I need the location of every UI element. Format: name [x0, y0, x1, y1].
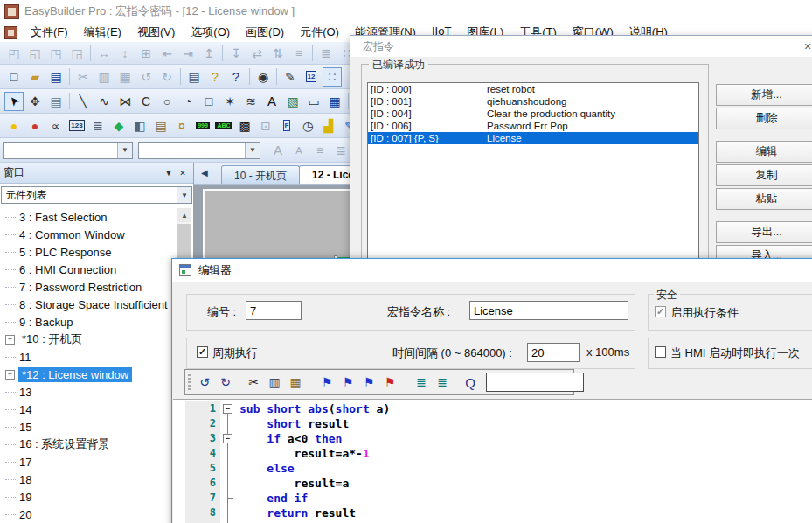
bookmark-toggle-icon[interactable]: ⚑ [317, 373, 337, 392]
bookmark-next-icon[interactable]: ⚑ [338, 373, 357, 392]
tree-item[interactable]: 20 [0, 506, 194, 523]
tree-item[interactable]: 8 : Storage Space Insufficient [0, 296, 194, 313]
ascii-display-icon[interactable]: ABC [214, 116, 233, 136]
copy-icon[interactable]: ▥ [265, 373, 284, 392]
tree-item[interactable]: 15 [0, 418, 194, 436]
touch-trigger-icon[interactable]: ◧ [130, 116, 149, 136]
tree-item[interactable]: 3 : Fast Selection [0, 208, 194, 226]
polygon-icon[interactable]: ✶ [220, 92, 239, 111]
tree-item[interactable]: 7 : Password Restriction [0, 278, 194, 296]
interval-field[interactable] [527, 343, 580, 362]
undo-icon[interactable]: ↺ [195, 373, 214, 392]
chevron-down-icon[interactable]: ▼ [177, 187, 191, 203]
code-editor[interactable]: 1−sub short abs(short a)2 short result3−… [173, 399, 812, 523]
picture-icon[interactable]: ▧ [283, 92, 302, 111]
code-line[interactable]: 1−sub short abs(short a) [173, 401, 812, 416]
periodic-checkbox[interactable]: ✓ [197, 346, 208, 358]
scroll-up-icon[interactable]: ▲ [177, 208, 191, 222]
bookmark-prev-icon[interactable]: ⚑ [359, 373, 378, 392]
tree-item[interactable]: 19 [0, 488, 194, 506]
macro-button-导出[interactable]: 导出... [716, 221, 812, 243]
macro-list-row[interactable]: [ID : 000]reset robot [368, 83, 698, 95]
chevron-down-icon[interactable]: ▼ [245, 143, 260, 158]
fold-margin[interactable] [220, 461, 236, 476]
tree-item[interactable]: 16 : 系统设置背景 [0, 436, 194, 453]
tree-item[interactable]: 5 : PLC Response [0, 243, 194, 261]
scale-icon[interactable]: ≋ [241, 92, 260, 111]
macro-button-编辑[interactable]: 编辑 [716, 141, 812, 163]
find-icon[interactable]: ◉ [253, 67, 273, 87]
context-help-icon[interactable]: ? [226, 67, 246, 87]
tree-item[interactable]: +*10 : 开机页 [0, 331, 194, 348]
fold-margin[interactable] [220, 416, 236, 431]
fold-collapse-icon[interactable]: − [223, 404, 232, 414]
code-line[interactable]: 8 return result [173, 506, 812, 520]
code-line[interactable]: 5 else [173, 461, 812, 476]
menu-item[interactable]: 文件(F) [23, 23, 76, 42]
find-icon[interactable]: Q [461, 373, 480, 392]
element-list-combo[interactable]: 元件列表 ▼ [1, 186, 192, 204]
menu-item[interactable]: 编辑(E) [76, 23, 129, 42]
fold-margin[interactable] [220, 446, 236, 461]
run-on-start-checkbox[interactable] [655, 346, 666, 358]
tree-item[interactable]: +*12 : License window [0, 366, 194, 383]
chevron-down-icon[interactable]: ▼ [117, 143, 132, 158]
fold-margin[interactable] [220, 476, 236, 491]
code-line[interactable]: 6 result=a [173, 476, 812, 491]
rectangle-icon[interactable]: □ [199, 92, 219, 111]
cut-icon[interactable]: ✂ [244, 373, 263, 392]
macro-button-删除[interactable]: 删除 [716, 108, 812, 129]
pie-icon[interactable]: ◔ [178, 92, 198, 111]
menu-item[interactable]: 视图(V) [129, 23, 183, 42]
tree-item[interactable]: 11 [0, 348, 194, 366]
numeric-object-icon[interactable]: 123 [67, 116, 87, 136]
bit-lamp-icon[interactable]: ● [4, 116, 24, 136]
fold-margin[interactable]: − [220, 401, 236, 416]
macro-name-field[interactable] [469, 301, 628, 320]
timer-icon[interactable]: ◷ [298, 116, 317, 136]
macro-list-row[interactable]: [ID : 006]Password Err Pop [368, 120, 698, 132]
exec-condition-checkbox[interactable]: ✓ [655, 306, 666, 317]
code-line[interactable]: 7 end if [173, 491, 812, 506]
fold-margin[interactable] [220, 491, 236, 506]
table-grid-icon[interactable]: ▦ [325, 92, 344, 111]
expand-icon[interactable]: + [5, 335, 15, 345]
tab-window-10[interactable]: 10 - 开机页 [221, 165, 300, 184]
menu-item[interactable]: 元件(O) [292, 23, 347, 42]
text-icon[interactable]: A [262, 92, 281, 111]
macro-button-新增[interactable]: 新增... [716, 84, 812, 106]
macro-list-row[interactable]: [ID : 001]qiehuanshoudong [368, 95, 698, 108]
fold-margin[interactable]: − [220, 431, 236, 446]
code-line[interactable]: 2 short result [173, 416, 812, 431]
close-icon[interactable]: ✕ [796, 38, 812, 54]
bookmark-clear-icon[interactable]: ⚑ [380, 373, 399, 392]
fold-collapse-icon[interactable]: − [223, 434, 232, 443]
fold-margin[interactable] [220, 506, 236, 520]
menu-item[interactable]: 画图(D) [238, 23, 292, 42]
expand-icon[interactable]: + [5, 370, 15, 380]
data-note-icon[interactable]: ▤ [151, 116, 170, 136]
arc-icon[interactable]: C [136, 92, 156, 111]
open-file-icon[interactable]: ▰ [25, 67, 45, 87]
scrollbar-thumb[interactable] [177, 224, 191, 259]
seven-seg-display-icon[interactable]: 999 [193, 116, 212, 136]
save-icon[interactable]: ▤ [46, 67, 66, 87]
tree-item[interactable]: 4 : Common Window [0, 226, 194, 243]
toggle-switch-icon[interactable]: ∝ [46, 116, 66, 136]
bar-graph-icon[interactable]: ▟ [319, 116, 338, 136]
object-library-icon[interactable]: ◆ [109, 116, 128, 136]
macro-list-row[interactable]: [ID : 004]Clear the production quantity [368, 108, 698, 120]
tree-item[interactable]: 14 [0, 401, 194, 418]
code-line[interactable]: 4 result=a*-1 [173, 446, 812, 461]
line-icon[interactable]: ╲ [73, 92, 93, 111]
tree-item[interactable]: 9 : Backup [0, 313, 194, 331]
outdent-icon[interactable]: ≣ [433, 373, 452, 392]
tree-item[interactable]: 17 [0, 453, 194, 471]
menu-item[interactable]: 选项(O) [183, 23, 238, 42]
print-icon[interactable]: ▤ [184, 67, 204, 87]
help-icon[interactable]: ? [205, 67, 225, 87]
select-cursor-icon[interactable]: ➤ [4, 92, 24, 111]
find-input[interactable] [486, 373, 584, 392]
qr-code-icon[interactable]: ▩ [235, 116, 254, 136]
attribute-combo[interactable]: ▼ [138, 142, 260, 159]
